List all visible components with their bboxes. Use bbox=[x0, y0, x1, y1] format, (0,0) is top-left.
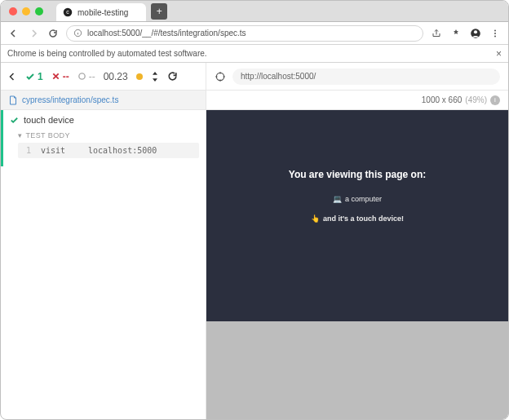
viewport-dimensions: 1000 x 660 bbox=[422, 95, 463, 104]
browser-tabstrip: c mobile-testing + bbox=[56, 1, 167, 21]
browser-actions bbox=[430, 27, 502, 40]
nav-forward-icon[interactable] bbox=[27, 27, 40, 40]
new-tab-button[interactable]: + bbox=[151, 3, 167, 20]
cypress-subheader: cypress/integration/spec.ts 1000 x 660 (… bbox=[1, 91, 508, 110]
browser-navbar: localhost:5000/__/#/tests/integration/sp… bbox=[1, 22, 508, 45]
command-name: visit bbox=[41, 146, 78, 155]
automation-infobar: Chrome is being controlled by automated … bbox=[1, 45, 508, 63]
svg-point-7 bbox=[494, 29, 496, 31]
test-title-row: touch device bbox=[10, 115, 199, 125]
caret-down-icon: ▾ bbox=[18, 131, 22, 139]
minimize-window-button[interactable] bbox=[22, 7, 30, 15]
cypress-back-button[interactable] bbox=[7, 72, 17, 82]
aut-device-text: a computer bbox=[345, 195, 382, 203]
address-bar-text: localhost:5000/__/#/tests/integration/sp… bbox=[87, 29, 246, 38]
check-icon bbox=[10, 116, 19, 125]
svg-point-8 bbox=[494, 33, 496, 34]
spec-file-path: cypress/integration/spec.ts bbox=[22, 95, 118, 104]
app-url-field[interactable]: http://localhost:5000/ bbox=[232, 69, 500, 85]
browser-tab[interactable]: c mobile-testing bbox=[56, 3, 146, 21]
address-bar[interactable]: localhost:5000/__/#/tests/integration/sp… bbox=[66, 25, 423, 42]
browser-tab-title: mobile-testing bbox=[77, 8, 128, 17]
aut-touch-text: and it's a touch device! bbox=[323, 214, 404, 223]
cypress-body: touch device ▾ TEST BODY 1 visit localho… bbox=[1, 110, 508, 419]
app-url-text: http://localhost:5000/ bbox=[241, 72, 316, 81]
share-icon[interactable] bbox=[430, 27, 443, 40]
stats-passed: 1 bbox=[25, 71, 43, 82]
selector-playground-icon[interactable] bbox=[215, 71, 226, 82]
aut-touch-line: 👆 and it's a touch device! bbox=[311, 214, 404, 223]
test-title-text: touch device bbox=[24, 115, 74, 125]
stats-duration: 00.23 bbox=[104, 71, 128, 82]
test-block[interactable]: touch device ▾ TEST BODY 1 visit localho… bbox=[1, 110, 206, 166]
automation-infobar-close-icon[interactable]: × bbox=[496, 48, 502, 60]
command-log: touch device ▾ TEST BODY 1 visit localho… bbox=[1, 110, 206, 419]
automation-infobar-text: Chrome is being controlled by automated … bbox=[7, 49, 207, 58]
file-icon bbox=[9, 95, 17, 105]
mac-titlebar: c mobile-testing + bbox=[1, 1, 508, 22]
command-message: localhost:5000 bbox=[88, 146, 157, 155]
stats-passed-count: 1 bbox=[38, 71, 43, 82]
svg-point-6 bbox=[474, 30, 477, 33]
site-info-icon[interactable] bbox=[73, 29, 82, 38]
viewport-toggle-icon[interactable] bbox=[151, 72, 159, 82]
stats-pending-count: -- bbox=[89, 71, 95, 82]
stats-failed-count: -- bbox=[63, 71, 69, 82]
profile-icon[interactable] bbox=[469, 27, 482, 40]
zoom-window-button[interactable] bbox=[35, 7, 43, 15]
computer-emoji-icon: 💻 bbox=[333, 195, 342, 203]
command-row[interactable]: 1 visit localhost:5000 bbox=[18, 143, 199, 158]
test-body-label-text: TEST BODY bbox=[25, 131, 69, 139]
command-index: 1 bbox=[23, 146, 31, 155]
stats-failed: -- bbox=[51, 71, 69, 82]
cypress-stats: 1 -- -- 00.23 bbox=[1, 63, 206, 90]
app-preview: You are viewing this page on: 💻 a comput… bbox=[206, 110, 508, 419]
rerun-icon[interactable] bbox=[167, 71, 178, 82]
cypress-header: 1 -- -- 00.23 http://loc bbox=[1, 63, 508, 91]
cypress-url-area: http://localhost:5000/ bbox=[206, 69, 508, 85]
browser-window: c mobile-testing + localhost:5000/__/#/t… bbox=[0, 0, 509, 420]
nav-reload-icon[interactable] bbox=[46, 27, 60, 40]
pointing-emoji-icon: 👆 bbox=[311, 214, 320, 223]
recording-indicator-icon bbox=[136, 73, 143, 80]
viewport-info-icon[interactable]: i bbox=[490, 95, 500, 105]
nav-back-icon[interactable] bbox=[7, 27, 20, 40]
viewport-scale: (49%) bbox=[465, 95, 487, 104]
svg-point-10 bbox=[79, 73, 85, 79]
preview-letterbox bbox=[206, 321, 508, 419]
kebab-menu-icon[interactable] bbox=[489, 27, 502, 40]
stats-pending: -- bbox=[77, 71, 95, 82]
cypress-favicon-icon: c bbox=[63, 7, 73, 17]
svg-point-9 bbox=[494, 35, 496, 37]
extensions-icon[interactable] bbox=[449, 27, 463, 40]
aut-headline: You are viewing this page on: bbox=[289, 169, 426, 180]
traffic-lights bbox=[1, 7, 51, 15]
aut-device-line: 💻 a computer bbox=[333, 195, 382, 203]
close-window-button[interactable] bbox=[9, 7, 17, 15]
app-under-test: You are viewing this page on: 💻 a comput… bbox=[206, 110, 508, 321]
viewport-info: 1000 x 660 (49%) i bbox=[206, 91, 508, 109]
svg-point-11 bbox=[216, 73, 224, 80]
test-body-label: ▾ TEST BODY bbox=[18, 131, 199, 139]
spec-file-bar[interactable]: cypress/integration/spec.ts bbox=[1, 91, 206, 109]
